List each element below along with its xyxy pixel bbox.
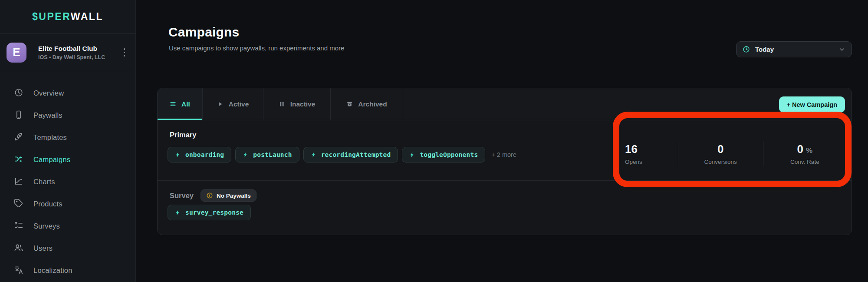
event-tag[interactable]: survey_response bbox=[168, 205, 251, 220]
event-tag-label: onboarding bbox=[185, 151, 224, 158]
stat-conv-rate: 0% Conv. Rate bbox=[763, 143, 846, 165]
tab-label: Archived bbox=[358, 100, 387, 108]
workspace-meta: iOS • Day Well Spent, LLC bbox=[38, 54, 121, 60]
stat-value: 16 bbox=[625, 143, 638, 156]
sidebar-item-label: Users bbox=[33, 244, 53, 252]
event-tag[interactable]: toggleOpponents bbox=[402, 147, 485, 163]
event-tag[interactable]: onboarding bbox=[168, 147, 231, 163]
bolt-icon bbox=[243, 152, 248, 158]
page-title: Campaigns bbox=[168, 25, 240, 40]
superwall-dashboard: $UPERWALL E Elite Football Club iOS • Da… bbox=[0, 0, 868, 282]
logo-rest-text: WALL bbox=[71, 11, 103, 22]
sidebar-item-localization[interactable]: Localization bbox=[0, 259, 135, 282]
main-content: Campaigns Use campaigns to show paywalls… bbox=[136, 0, 868, 282]
campaign-name: Survey bbox=[170, 192, 194, 200]
stat-label: Opens bbox=[625, 159, 642, 165]
sidebar-item-label: Localization bbox=[33, 266, 72, 275]
stat-value: 0 bbox=[717, 143, 723, 156]
campaigns-card: All Active Inactive Archived + New Campa… bbox=[157, 88, 852, 235]
stat-label: Conversions bbox=[704, 159, 737, 165]
tab-all[interactable]: All bbox=[158, 88, 203, 120]
bolt-icon bbox=[409, 152, 415, 158]
campaign-row-survey[interactable]: Survey No Paywalls survey_response bbox=[158, 181, 852, 235]
stat-opens: 16 Opens bbox=[612, 143, 678, 165]
stat-label: Conv. Rate bbox=[790, 159, 819, 165]
sidebar-item-label: Paywalls bbox=[33, 111, 62, 119]
overview-icon bbox=[14, 88, 23, 99]
tab-label: Inactive bbox=[290, 100, 316, 108]
event-tag[interactable]: postLaunch bbox=[235, 147, 299, 163]
sidebar-item-paywalls[interactable]: Paywalls bbox=[0, 104, 135, 126]
bolt-icon bbox=[311, 152, 316, 158]
campaign-row-primary[interactable]: Primary onboarding postLaunch recordingA… bbox=[158, 120, 852, 181]
checklist-icon bbox=[14, 221, 23, 232]
sidebar-item-charts[interactable]: Charts bbox=[0, 171, 135, 193]
sidebar-item-label: Products bbox=[33, 200, 62, 208]
tab-active[interactable]: Active bbox=[203, 88, 263, 120]
logo-area: $UPERWALL bbox=[0, 0, 135, 34]
tag-icon bbox=[14, 199, 23, 210]
clock-icon bbox=[743, 46, 750, 53]
chevron-down-icon bbox=[838, 46, 845, 53]
badge-label: No Paywalls bbox=[217, 192, 251, 199]
event-tag[interactable]: recordingAttempted bbox=[303, 147, 398, 163]
sidebar-item-label: Campaigns bbox=[33, 156, 70, 164]
bolt-icon bbox=[175, 152, 181, 158]
sidebar-item-surveys[interactable]: Surveys bbox=[0, 215, 135, 237]
sidebar-item-products[interactable]: Products bbox=[0, 193, 135, 215]
workspace-menu-icon[interactable] bbox=[121, 46, 128, 58]
event-tag-label: toggleOpponents bbox=[420, 151, 478, 158]
sidebar-item-label: Overview bbox=[33, 89, 64, 97]
sidebar-item-label: Surveys bbox=[33, 222, 60, 230]
stat-conversions: 0 Conversions bbox=[678, 143, 763, 165]
more-tags-label: + 2 more bbox=[491, 151, 516, 158]
tab-inactive[interactable]: Inactive bbox=[263, 88, 331, 120]
list-icon bbox=[170, 101, 176, 107]
translate-icon bbox=[14, 265, 23, 276]
sidebar-nav: Overview Paywalls Templates Campaigns Ch… bbox=[0, 71, 135, 282]
event-tag-label: postLaunch bbox=[253, 151, 292, 158]
archive-icon bbox=[346, 101, 353, 107]
campaign-stats: 16 Opens 0 Conversions 0% Conv. Rate bbox=[612, 124, 846, 184]
logo-accent-text: $UPER bbox=[32, 11, 71, 22]
users-icon bbox=[14, 243, 23, 254]
rocket-icon bbox=[14, 132, 23, 143]
event-tag-label: survey_response bbox=[185, 209, 243, 216]
tab-archived[interactable]: Archived bbox=[331, 88, 403, 120]
sidebar-item-overview[interactable]: Overview bbox=[0, 82, 135, 104]
sidebar-item-templates[interactable]: Templates bbox=[0, 126, 135, 149]
stat-suffix: % bbox=[806, 146, 812, 155]
sidebar: $UPERWALL E Elite Football Club iOS • Da… bbox=[0, 0, 136, 282]
workspace-avatar: E bbox=[7, 43, 26, 63]
bolt-icon bbox=[175, 210, 181, 216]
event-tag-label: recordingAttempted bbox=[321, 151, 391, 158]
info-icon bbox=[206, 192, 213, 199]
tab-label: All bbox=[181, 100, 190, 108]
campaigns-tabbar: All Active Inactive Archived + New Campa… bbox=[158, 88, 852, 120]
workspace-switcher[interactable]: E Elite Football Club iOS • Day Well Spe… bbox=[0, 34, 135, 71]
line-chart-icon bbox=[14, 176, 23, 188]
workspace-name: Elite Football Club bbox=[38, 45, 121, 53]
split-arrow-icon bbox=[14, 154, 23, 166]
campaign-name: Primary bbox=[170, 131, 196, 139]
campaign-tags: survey_response bbox=[168, 205, 251, 220]
sidebar-item-label: Templates bbox=[33, 133, 67, 142]
sidebar-item-label: Charts bbox=[33, 178, 55, 186]
campaign-tags: onboarding postLaunch recordingAttempted… bbox=[168, 147, 516, 163]
sidebar-item-campaigns[interactable]: Campaigns bbox=[0, 149, 135, 171]
no-paywalls-badge: No Paywalls bbox=[201, 189, 256, 202]
date-filter-dropdown[interactable]: Today bbox=[736, 41, 852, 57]
stat-value: 0 bbox=[797, 143, 803, 156]
date-filter-value: Today bbox=[755, 46, 838, 53]
superwall-logo[interactable]: $UPERWALL bbox=[32, 11, 103, 23]
pause-icon bbox=[279, 101, 285, 107]
play-icon bbox=[217, 101, 224, 107]
page-subtitle: Use campaigns to show paywalls, run expe… bbox=[169, 44, 344, 52]
workspace-info: Elite Football Club iOS • Day Well Spent… bbox=[38, 45, 121, 60]
tab-label: Active bbox=[229, 100, 249, 108]
new-campaign-button[interactable]: + New Campaign bbox=[779, 96, 845, 113]
phone-icon bbox=[14, 110, 23, 121]
sidebar-item-users[interactable]: Users bbox=[0, 237, 135, 259]
